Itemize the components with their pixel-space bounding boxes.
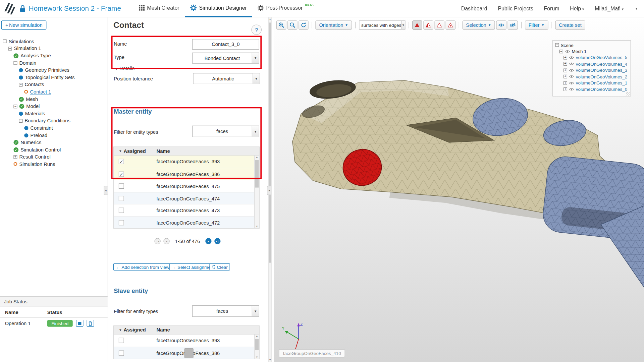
assigned-column-header[interactable]: Assigned	[123, 327, 146, 333]
mesh-quality-detail-button[interactable]	[445, 20, 455, 29]
clear-button[interactable]: Clear	[209, 263, 230, 270]
tab-mesh-creator[interactable]: Mesh Creator	[133, 0, 185, 17]
assigned-checkbox[interactable]	[119, 338, 124, 343]
selection-dropdown[interactable]: Selection ▼	[462, 20, 495, 29]
tree-item-contacts[interactable]: −Contacts	[0, 81, 108, 88]
link-dashboard[interactable]: Dashboard	[461, 5, 487, 11]
tree-item-preload[interactable]: Preload	[0, 132, 108, 139]
entity-row[interactable]: faceGroupOnGeoFaces_386	[114, 347, 254, 359]
hide-selected-button[interactable]	[507, 20, 518, 29]
contact-name-input[interactable]	[192, 39, 259, 50]
master-list-scrollbar[interactable]: ▲ ▼	[254, 156, 259, 228]
tree-item-domain[interactable]: −Domain	[0, 59, 108, 67]
collapse-sidebar-handle[interactable]: ◂	[104, 186, 108, 195]
tree-item-mesh[interactable]: ✓Mesh	[0, 96, 108, 103]
scene-tree-volume[interactable]: +volumeOnGeoVolumes_4	[553, 61, 630, 67]
collapse-icon[interactable]: −	[13, 61, 17, 65]
resize-grip[interactable]	[626, 92, 630, 96]
app-logo-icon[interactable]	[3, 2, 16, 15]
collapse-icon[interactable]: −	[19, 83, 22, 86]
assigned-checkbox[interactable]	[119, 183, 124, 189]
scroll-down-icon[interactable]: ▼	[255, 356, 259, 358]
new-simulation-button[interactable]: +New simulation	[1, 20, 47, 29]
expand-icon[interactable]: +	[13, 155, 17, 159]
eye-icon[interactable]	[565, 50, 570, 53]
collapse-icon[interactable]: −	[559, 50, 563, 53]
eye-icon[interactable]	[569, 87, 574, 91]
zoom-in-button[interactable]	[276, 20, 286, 29]
details-toggle[interactable]: ▼Details	[115, 66, 135, 71]
scrollbar-thumb[interactable]	[255, 160, 259, 188]
assigned-checkbox[interactable]: ✓	[119, 171, 124, 177]
tab-simulation-designer[interactable]: Simulation Designer	[185, 0, 252, 17]
sort-icon[interactable]: ▼	[119, 328, 122, 332]
expand-icon[interactable]: +	[564, 87, 567, 91]
mesh-quality-solid-button[interactable]	[412, 20, 422, 29]
assigned-checkbox[interactable]	[119, 195, 124, 201]
next-page-button[interactable]: ▸	[205, 238, 211, 244]
expand-icon[interactable]: +	[564, 56, 567, 59]
entity-row[interactable]: faceGroupOnGeoFaces_472	[114, 216, 254, 228]
master-filter-select[interactable]: faces ▼	[192, 126, 259, 137]
assigned-checkbox[interactable]	[119, 350, 124, 356]
zoom-fit-button[interactable]	[287, 20, 297, 29]
blue-rod[interactable]	[601, 205, 644, 362]
expand-icon[interactable]: +	[564, 68, 567, 72]
collapse-icon[interactable]: −	[3, 40, 7, 43]
expand-icon[interactable]: +	[564, 62, 567, 66]
viewport-3d[interactable]: Orientation ▼ surfaces with edges ▼	[274, 17, 644, 362]
scene-tree-scene[interactable]: − Scene	[553, 42, 630, 48]
entity-row[interactable]: faceGroupOnGeoFaces_475	[114, 180, 254, 192]
expand-icon[interactable]: +	[564, 75, 567, 78]
add-selection-from-viewer-button[interactable]: ←Add selection from viewer	[113, 263, 176, 270]
tree-item-boundary-conditions[interactable]: −Boundary Conditions	[0, 117, 108, 125]
scroll-down-icon[interactable]: ▼	[269, 359, 272, 361]
sort-icon[interactable]: ▼	[119, 149, 122, 153]
scene-tree-volume[interactable]: +volumeOnGeoVolumes_1	[553, 80, 630, 86]
tab-post-processor[interactable]: Post-Processor BETA	[252, 0, 319, 17]
name-column-header[interactable]: Name	[157, 327, 170, 333]
tree-item-simulations[interactable]: −Simulations	[0, 38, 108, 45]
scroll-up-icon[interactable]: ▲	[255, 335, 259, 337]
delete-job-button[interactable]	[87, 320, 94, 327]
create-set-button[interactable]: Create set	[555, 20, 585, 29]
show-selected-button[interactable]	[496, 20, 506, 29]
slave-filter-select[interactable]: faces ▼	[192, 305, 259, 317]
collapse-panel-handle[interactable]: ◂	[267, 186, 271, 195]
scroll-up-icon[interactable]: ▲	[269, 18, 272, 20]
eye-icon[interactable]	[569, 62, 574, 66]
prev-page-button[interactable]: ◂	[164, 238, 170, 244]
tree-item-numerics[interactable]: ✓Numerics	[0, 139, 108, 146]
eye-icon[interactable]	[569, 68, 574, 72]
tree-item-topological-entity-sets[interactable]: Topological Entity Sets	[0, 74, 108, 81]
orientation-dropdown[interactable]: Orientation ▼	[315, 20, 352, 29]
entity-row[interactable]: faceGroupOnGeoFaces_393	[114, 335, 254, 347]
filter-dropdown[interactable]: Filter ▼	[525, 20, 548, 29]
help-button[interactable]: ?	[251, 24, 262, 35]
entity-row[interactable]: faceGroupOnGeoFaces_474	[114, 192, 254, 204]
assigned-checkbox[interactable]	[119, 220, 124, 225]
collapse-icon[interactable]: −	[555, 43, 559, 47]
collapse-icon[interactable]: −	[13, 105, 17, 108]
tree-item-simulation-runs[interactable]: Simulation Runs	[0, 161, 108, 168]
user-menu[interactable]: Milad_Mafi▾	[595, 5, 624, 11]
eye-icon[interactable]	[569, 75, 574, 78]
contact-type-select[interactable]: Bonded Contact ▼	[192, 53, 259, 64]
assigned-checkbox[interactable]	[119, 208, 124, 213]
eye-icon[interactable]	[569, 81, 574, 85]
eye-icon[interactable]	[569, 56, 574, 59]
scene-tree-volume[interactable]: +volumeOnGeoVolumes_0	[553, 86, 630, 93]
mesh-quality-half-button[interactable]	[423, 20, 433, 29]
tree-item-result-control[interactable]: +Result Control	[0, 153, 108, 161]
scene-tree-volume[interactable]: +volumeOnGeoVolumes_2	[553, 73, 630, 80]
scroll-down-icon[interactable]: ▼	[255, 225, 259, 228]
help-menu[interactable]: Help▾	[570, 5, 584, 11]
entity-row[interactable]: ✓faceGroupOnGeoFaces_386	[114, 168, 254, 180]
entity-row[interactable]: ✓faceGroupOnGeoFaces_393	[114, 156, 254, 168]
first-page-button[interactable]: ❘◂	[155, 238, 161, 244]
tree-item-simulation-control[interactable]: ✓Simulation Control	[0, 146, 108, 154]
scrollbar-thumb[interactable]	[255, 339, 259, 350]
tree-item-materials[interactable]: Materials	[0, 110, 108, 117]
panel-scroll-knob[interactable]	[184, 348, 194, 358]
last-page-button[interactable]: ▸❘	[214, 238, 220, 244]
